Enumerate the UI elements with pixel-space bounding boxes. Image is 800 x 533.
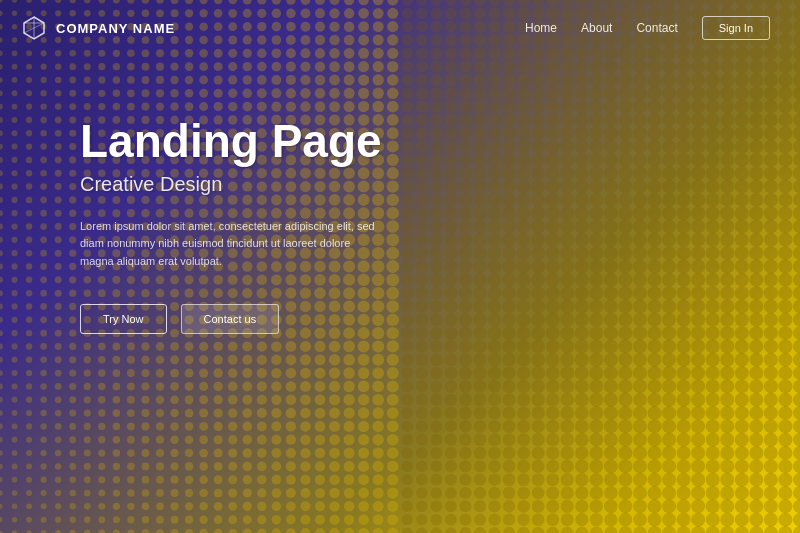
svg-line-4	[34, 23, 44, 28]
hero-body-text: Lorem ipsum dolor sit amet, consectetuer…	[80, 218, 380, 271]
hero-subtitle: Creative Design	[80, 173, 800, 196]
nav-home[interactable]: Home	[525, 21, 557, 35]
signin-button[interactable]: Sign In	[702, 16, 770, 40]
hero-section: Landing Page Creative Design Lorem ipsum…	[0, 56, 800, 334]
company-name-label: COMPANY NAME	[56, 21, 175, 36]
nav-about[interactable]: About	[581, 21, 612, 35]
nav-links: Home About Contact Sign In	[525, 16, 770, 40]
box-icon	[20, 14, 48, 42]
navbar: COMPANY NAME Home About Contact Sign In	[0, 0, 800, 56]
hero-title: Landing Page	[80, 116, 800, 167]
contact-us-button[interactable]: Contact us	[181, 304, 280, 334]
svg-line-3	[24, 28, 34, 33]
logo-area: COMPANY NAME	[20, 14, 175, 42]
nav-contact[interactable]: Contact	[636, 21, 677, 35]
try-now-button[interactable]: Try Now	[80, 304, 167, 334]
page-content: COMPANY NAME Home About Contact Sign In …	[0, 0, 800, 533]
cta-buttons: Try Now Contact us	[80, 304, 800, 334]
